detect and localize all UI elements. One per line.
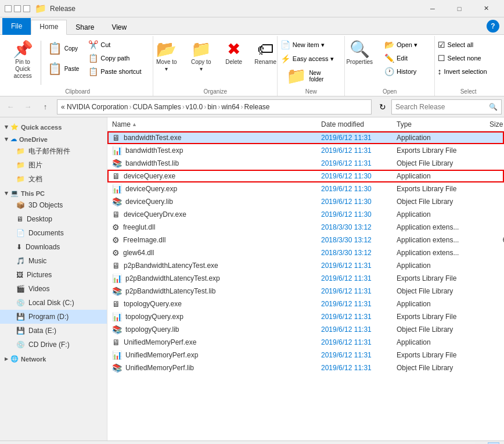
new-folder-button[interactable]: 📁 New folder: [282, 65, 340, 87]
sidebar-section-quick-access[interactable]: ▾ ⭐ Quick access: [0, 120, 107, 132]
view-details-button[interactable]: ⊞: [488, 442, 499, 445]
sidebar-item-local-disk-c[interactable]: 💿 Local Disk (C:): [0, 296, 107, 310]
tab-share[interactable]: Share: [67, 20, 103, 35]
table-row[interactable]: 🖥 deviceQuery.exe 2019/6/12 11:30 Applic…: [107, 170, 504, 182]
history-button[interactable]: 🕐 History: [380, 65, 438, 78]
sidebar-section-network[interactable]: ▸ 🌐 Network: [0, 352, 107, 364]
table-row[interactable]: 📊 deviceQuery.exp 2019/6/12 11:30 Export…: [107, 182, 504, 195]
sidebar-item-3d-objects[interactable]: 📦 3D Objects: [0, 198, 107, 212]
edit-button[interactable]: ✏️ Edit: [380, 52, 438, 65]
sidebar-item-desktop[interactable]: 🖥 Desktop: [0, 212, 107, 226]
properties-label: Properties: [346, 59, 373, 66]
table-row[interactable]: ⚙ freeglut.dll 2018/3/30 13:12 Applicati…: [107, 221, 504, 234]
header-date[interactable]: Date modified: [319, 120, 394, 128]
table-row[interactable]: 🖥 deviceQueryDrv.exe 2019/6/12 11:30 App…: [107, 208, 504, 221]
refresh-button[interactable]: ↻: [375, 99, 390, 114]
table-row[interactable]: 🖥 topologyQuery.exe 2019/6/12 11:31 Appl…: [107, 298, 504, 310]
table-row[interactable]: 📊 UnifiedMemoryPerf.exp 2019/6/12 11:31 …: [107, 349, 504, 361]
forward-button[interactable]: →: [20, 99, 36, 114]
copy-path-button[interactable]: 📋 Copy path: [84, 52, 148, 65]
up-button[interactable]: ↑: [37, 99, 53, 114]
table-row[interactable]: 📚 deviceQuery.lib 2019/6/12 11:30 Object…: [107, 195, 504, 208]
file-type: Exports Library File: [394, 351, 487, 359]
back-button[interactable]: ←: [2, 99, 19, 114]
copy-button[interactable]: 📋 Copy: [44, 38, 84, 58]
new-buttons: 📄 New item ▾ ⚡ Easy access ▾: [276, 38, 346, 65]
table-row[interactable]: 📚 topologyQuery.lib 2019/6/12 11:31 Obje…: [107, 323, 504, 336]
cut-button[interactable]: ✂️ Cut: [84, 38, 148, 51]
status-bar: 19 items https://blog.csdn.net/atpain...…: [0, 441, 504, 444]
pin-icon: 📌: [13, 41, 33, 58]
file-rows: 🖥 bandwidthTest.exe 2019/6/12 11:31 Appl…: [107, 131, 504, 374]
sidebar-item-pictures2[interactable]: 🖼 Pictures: [0, 268, 107, 282]
table-row[interactable]: 📚 UnifiedMemoryPerf.lib 2019/6/12 11:31 …: [107, 361, 504, 374]
paste-button[interactable]: 📋 Paste: [44, 59, 84, 78]
sidebar-item-downloads[interactable]: ⬇ Downloads: [0, 240, 107, 254]
tab-view[interactable]: View: [103, 20, 135, 35]
table-row[interactable]: 🖥 UnifiedMemoryPerf.exe 2019/6/12 11:31 …: [107, 336, 504, 349]
table-row[interactable]: 🖥 p2pBandwidthLatencyTest.exe 2019/6/12 …: [107, 259, 504, 272]
delete-button[interactable]: ✖ Delete: [219, 38, 249, 69]
sidebar-section-thispc[interactable]: ▾ 💻 This PC: [0, 186, 107, 198]
tab-file[interactable]: File: [2, 18, 31, 35]
address-part-4: bin: [207, 103, 217, 111]
sidebar-item-program-d[interactable]: 💾 Program (D:): [0, 310, 107, 324]
file-type-icon: ⚙: [112, 248, 120, 257]
paste-shortcut-button[interactable]: 📋 Paste shortcut: [84, 65, 148, 78]
sidebar-item-videos[interactable]: 🎬 Videos: [0, 282, 107, 296]
table-row[interactable]: ⚙ glew64.dll 2018/3/30 13:12 Application…: [107, 246, 504, 259]
sidebar-item-documents[interactable]: 📁 文档: [0, 172, 107, 186]
table-row[interactable]: 📚 bandwidthTest.lib 2019/6/12 11:31 Obje…: [107, 157, 504, 170]
open-label: Open ▾: [397, 41, 417, 49]
network-icon: 🌐: [10, 355, 19, 363]
file-type-icon: 🖥: [112, 299, 120, 309]
search-input[interactable]: [395, 103, 489, 111]
sidebar-item-documents2[interactable]: 📄 Documents: [0, 226, 107, 240]
select-all-button[interactable]: ☑ Select all: [434, 38, 503, 51]
copy-to-button[interactable]: 📁 Copy to ▾: [185, 38, 217, 76]
sidebar-item-pictures[interactable]: 📁 图片: [0, 158, 107, 172]
search-bar[interactable]: 🔍: [391, 99, 502, 114]
address-part-5: win64: [221, 103, 239, 111]
table-row[interactable]: 📚 p2pBandwidthLatencyTest.lib 2019/6/12 …: [107, 285, 504, 298]
maximize-button[interactable]: □: [446, 0, 473, 17]
file-name-text: p2pBandwidthLatencyTest.exp: [125, 274, 220, 282]
file-size: 130 KB: [487, 210, 504, 219]
table-row[interactable]: 🖥 bandwidthTest.exe 2019/6/12 11:31 Appl…: [107, 131, 504, 144]
easy-access-button[interactable]: ⚡ Easy access ▾: [276, 52, 346, 65]
select-none-label: Select none: [448, 55, 481, 62]
header-type[interactable]: Type: [394, 120, 487, 128]
select-all-label: Select all: [448, 41, 474, 48]
file-name: 📚 topologyQuery.lib: [110, 325, 319, 334]
tab-home[interactable]: Home: [31, 20, 67, 35]
minimize-button[interactable]: ─: [419, 0, 446, 17]
move-to-button[interactable]: 📂 Move to ▾: [150, 38, 183, 76]
sidebar-section-onedrive[interactable]: ▾ ☁ OneDrive: [0, 132, 107, 144]
pin-to-quick-access-button[interactable]: 📌 Pin to Quick access: [7, 38, 38, 83]
sidebar-item-cd-drive-f[interactable]: 💿 CD Drive (F:): [0, 338, 107, 352]
table-row[interactable]: 📊 topologyQuery.exp 2019/6/12 11:31 Expo…: [107, 310, 504, 323]
header-size[interactable]: Size: [487, 120, 504, 128]
sidebar-item-data-e[interactable]: 💾 Data (E:): [0, 324, 107, 338]
properties-button[interactable]: 🔍 Properties: [341, 38, 378, 69]
header-name[interactable]: Name ▲: [110, 120, 319, 128]
view-list-button[interactable]: ☰: [475, 442, 487, 445]
table-row[interactable]: 📊 p2pBandwidthLatencyTest.exp 2019/6/12 …: [107, 272, 504, 285]
open-button[interactable]: 📂 Open ▾: [380, 38, 438, 51]
select-none-button[interactable]: ☐ Select none: [434, 52, 503, 65]
file-size: 1 KB: [487, 185, 504, 193]
address-bar[interactable]: « NVIDIA Corporation › CUDA Samples › v1…: [57, 99, 372, 114]
close-button[interactable]: ✕: [473, 0, 499, 17]
table-row[interactable]: 📊 bandwidthTest.exp 2019/6/12 11:31 Expo…: [107, 144, 504, 157]
help-button[interactable]: ?: [487, 20, 499, 33]
file-name: 📚 UnifiedMemoryPerf.lib: [110, 363, 319, 373]
ribbon-group-open: 🔍 Properties 📂 Open ▾ ✏️ Edit 🕐 History: [345, 36, 435, 96]
invert-selection-button[interactable]: ↕ Invert selection: [434, 65, 503, 78]
new-item-button[interactable]: 📄 New item ▾: [276, 38, 346, 51]
file-type-icon: 📊: [112, 146, 122, 155]
file-type: Object File Library: [394, 364, 487, 372]
sidebar-item-email-attachments[interactable]: 📁 电子邮件附件: [0, 144, 107, 158]
table-row[interactable]: ⚙ FreeImage.dll 2018/3/30 13:12 Applicat…: [107, 234, 504, 246]
sidebar-item-music[interactable]: 🎵 Music: [0, 254, 107, 268]
3d-icon: 📦: [16, 201, 25, 209]
